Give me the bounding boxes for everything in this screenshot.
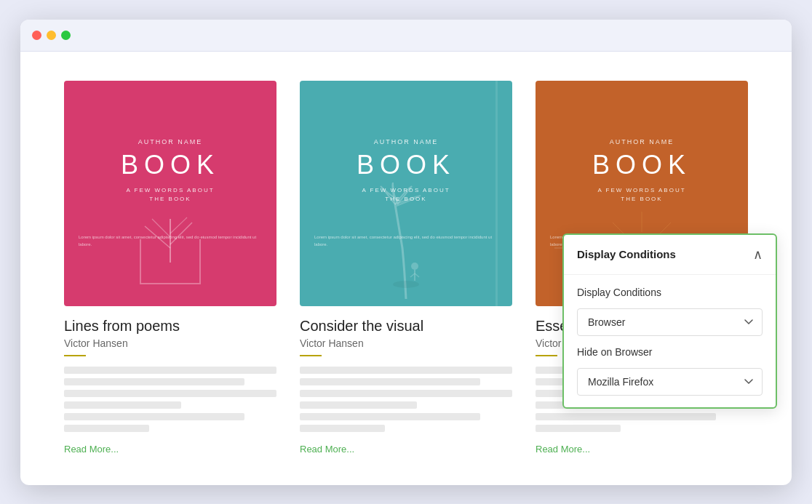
book-cover-author-3: Author Name: [610, 138, 674, 145]
book-line: [64, 413, 244, 420]
book-title-1: Lines from poems: [64, 318, 276, 335]
svg-line-4: [170, 217, 187, 233]
panel-header: Display Conditions ∧: [564, 235, 776, 275]
traffic-light-red[interactable]: [32, 31, 41, 40]
book-cover-title-1: BOOK: [121, 150, 220, 180]
book-line: [300, 390, 512, 397]
svg-point-5: [393, 281, 419, 288]
book-card-1: Author Name BOOK A FEW WORDS ABOUTTHE BO…: [64, 81, 276, 455]
display-conditions-label: Display Conditions: [577, 287, 763, 298]
book-cover-subtitle-1: A FEW WORDS ABOUTTHE BOOK: [126, 186, 214, 205]
book-line: [64, 425, 149, 432]
book-line: [300, 367, 512, 374]
browser-value-select[interactable]: Mozilla Firefox Chrome Safari Edge: [577, 368, 763, 396]
panel-body: Display Conditions Browser Device OS Hid…: [564, 275, 776, 407]
book-line: [64, 378, 244, 385]
hide-on-browser-label: Hide on Browser: [577, 346, 763, 358]
book-cover-1: Author Name BOOK A FEW WORDS ABOUTTHE BO…: [64, 81, 276, 306]
book-line: [536, 425, 621, 432]
book-line: [64, 367, 276, 374]
book-cover-2: Author Name BOOK A FEW WORDS ABOUTTHE BO…: [300, 81, 512, 306]
book-info-2: Consider the visual Victor Hansen Read M…: [300, 306, 512, 455]
book-line: [300, 378, 480, 385]
book-cover-subtitle-3: A FEW WORDS ABOUTTHE BOOK: [597, 186, 685, 205]
book-author-underline-2: [300, 355, 322, 356]
book-line: [64, 401, 181, 409]
display-conditions-panel: Display Conditions ∧ Display Conditions …: [562, 233, 777, 409]
read-more-2[interactable]: Read More...: [300, 444, 512, 455]
book-line: [300, 413, 480, 420]
svg-point-6: [411, 263, 418, 270]
book-lines-1: [64, 367, 276, 432]
book-author-2: Victor Hansen: [300, 337, 512, 349]
book-cover-author-1: Author Name: [138, 138, 203, 145]
book-lines-2: [300, 367, 512, 432]
book-author-1: Victor Hansen: [64, 337, 276, 349]
book-cover-desc-1: Lorem ipsum dolor sit amet, consectetur …: [79, 233, 262, 248]
book-cover-author-2: Author Name: [374, 138, 439, 145]
book-cover-desc-2: Lorem ipsum dolor sit amet, consectetur …: [314, 233, 498, 248]
browser-content: Author Name BOOK A FEW WORDS ABOUTTHE BO…: [20, 52, 792, 484]
book-card-2: Author Name BOOK A FEW WORDS ABOUTTHE BO…: [300, 81, 512, 455]
book-line: [536, 413, 716, 420]
traffic-lights: [32, 31, 71, 40]
book-author-underline-1: [64, 355, 86, 356]
traffic-light-green[interactable]: [61, 31, 71, 40]
browser-titlebar: [20, 20, 792, 52]
book-title-2: Consider the visual: [300, 318, 512, 335]
book-cover-title-3: BOOK: [592, 150, 691, 180]
book-author-underline-3: [536, 355, 557, 356]
book-line: [300, 425, 385, 432]
book-cover-title-2: BOOK: [357, 150, 455, 180]
book-info-1: Lines from poems Victor Hansen Read More…: [64, 306, 276, 455]
read-more-1[interactable]: Read More...: [64, 444, 276, 455]
read-more-3[interactable]: Read More...: [536, 444, 748, 455]
book-line: [64, 390, 276, 397]
book-line: [300, 401, 417, 409]
browser-window: Author Name BOOK A FEW WORDS ABOUTTHE BO…: [20, 20, 792, 485]
panel-chevron-icon[interactable]: ∧: [753, 247, 763, 263]
browser-select[interactable]: Browser Device OS: [577, 308, 763, 336]
panel-header-title: Display Conditions: [577, 248, 676, 260]
traffic-light-yellow[interactable]: [47, 31, 56, 40]
